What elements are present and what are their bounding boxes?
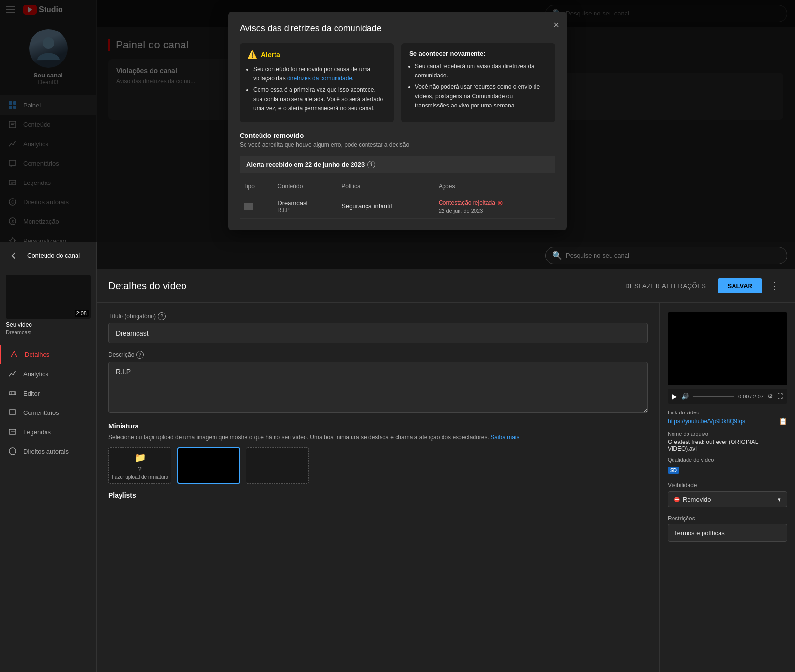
legendas-label-bottom: Legendas [23,428,51,436]
thumbnail-options: 📁 ? Fazer upload de miniatura [108,447,648,484]
miniatura-desc: Selecione ou faça upload de uma imagem q… [108,433,648,442]
quality-badge: SD [668,467,679,474]
file-label: Nome do arquivo [668,431,787,437]
analytics-label-bottom: Analytics [23,370,48,378]
search-icon-bottom: 🔍 [552,251,562,260]
table-cell-tipo [240,194,274,218]
modal-consequence-col: Se acontecer novamente: Seu canal recebe… [401,43,555,122]
header-actions: DESFAZER ALTERAÇÕES SALVAR ⋮ [617,277,783,294]
description-textarea[interactable]: R.I.P [108,362,648,413]
sidebar-item-analytics-bottom[interactable]: Analytics [0,364,96,383]
time-display: 0:00 / 2:07 [738,394,764,399]
title-input[interactable] [108,323,648,343]
alert-date-bar: Alerta recebido em 22 de junho de 2023 ℹ [240,156,555,173]
salvar-button[interactable]: SALVAR [718,278,762,293]
modal-close-button[interactable]: × [553,19,559,31]
upload-thumbnail-option[interactable]: 📁 ? Fazer upload de miniatura [108,447,171,484]
sidebar-bottom-header: Conteúdo do canal [0,242,96,269]
direitos-icon-bottom [8,446,17,456]
restrictions-value: Termos e políticas [674,529,725,536]
alert-date-info[interactable]: ℹ [367,161,375,168]
removed-content-title: Conteúdo removido [240,132,555,139]
volume-button[interactable]: 🔊 [681,393,689,400]
saiba-mais-link[interactable]: Saiba mais [490,434,519,441]
upload-help-icon[interactable]: ? [138,465,141,473]
black-thumbnail-option[interactable] [177,447,240,484]
title-help-icon[interactable]: ? [158,312,166,320]
sidebar-item-legendas-bottom[interactable]: Legendas [0,422,96,442]
visibility-section: Visibilidade ⛔ Removido ▾ [668,482,787,507]
video-sidebar-preview: 2:08 Seu vídeo Dreamcast [0,269,96,341]
video-sidebar-name: Dreamcast [6,329,91,335]
comentarios-icon-bottom [8,408,17,417]
fullscreen-button[interactable]: ⛶ [777,393,783,400]
svg-point-32 [9,448,16,455]
more-options-button[interactable]: ⋮ [766,277,783,294]
modal-overlay: Avisos das diretrizes da comunidade × ⚠️… [0,0,795,242]
rejected-badge: Contestação rejeitada ⊗ [439,199,551,207]
player-controls: ▶ 🔊 0:00 / 2:07 ⚙ ⛶ [668,389,787,404]
removed-dot-icon: ⛔ [674,497,680,502]
quality-label: Qualidade do vídeo [668,457,787,463]
detalhes-icon [9,350,19,359]
miniatura-title: Miniatura [108,422,648,430]
sidebar-nav-bottom: Detalhes Analytics Edito [0,345,96,461]
sidebar-item-detalhes[interactable]: Detalhes [0,345,96,364]
table-row: Dreamcast R.I.P Segurança infantil Conte… [240,194,555,218]
file-name: Greatest freak out ever (ORIGINAL VIDEO)… [668,439,787,452]
sidebar-item-comentarios-bottom[interactable]: Comentários [0,403,96,422]
sidebar-item-editor[interactable]: Editor [0,383,96,403]
guidelines-link[interactable]: diretrizes da comunidade. [287,75,353,82]
modal-alert-col: ⚠️ Alerta Seu conteúdo foi removido por … [240,43,394,122]
bottom-search-bar: 🔍 [97,242,795,269]
restrictions-box: Termos e políticas [668,524,787,542]
play-button[interactable]: ▶ [672,392,677,401]
copy-link-button[interactable]: 📋 [779,417,787,425]
video-preview-player [668,312,787,385]
channel-content-label: Conteúdo do canal [27,252,80,259]
content-sub: R.I.P [277,207,334,213]
link-label: Link do vídeo [668,410,787,415]
consequence-bullet-2: Você não poderá usar recursos como o env… [415,82,548,110]
miniatura-section: Miniatura Selecione ou faça upload de um… [108,422,648,484]
modal-two-col: ⚠️ Alerta Seu conteúdo foi removido por … [240,43,555,122]
violations-table: Tipo Conteúdo Política Ações Dreamcast R… [240,179,555,219]
alert-bullet-1: Seu conteúdo foi removido por causa de u… [253,65,386,83]
editor-icon [8,388,17,398]
visibility-text: Removido [683,496,711,503]
visibility-select[interactable]: ⛔ Removido ▾ [668,491,787,507]
table-cell-conteudo: Dreamcast R.I.P [274,194,337,218]
video-details-header: Detalhes do vídeo DESFAZER ALTERAÇÕES SA… [97,269,795,303]
video-link[interactable]: https://youtu.be/Vp9Dk8Q9fqs [668,418,745,425]
back-button[interactable] [6,248,21,263]
sidebar-bottom: Conteúdo do canal 2:08 Seu vídeo Dreamca… [0,242,97,672]
video-sidebar-thumb: 2:08 [6,275,91,319]
action-date: 22 de jun. de 2023 [439,208,551,214]
removed-content-desc: Se você acredita que houve algum erro, p… [240,141,555,148]
chevron-down-icon: ▾ [778,496,781,503]
upload-icon: 📁 [134,452,146,463]
video-details-title: Detalhes do vídeo [108,280,186,291]
desc-help-icon[interactable]: ? [136,351,144,359]
playlists-section: Playlists [108,491,648,499]
video-sidebar-title: Seu vídeo [6,321,91,328]
video-details-body: Título (obrigatório) ? Descrição ? R.I.P… [97,303,795,672]
modal-right-title: Se acontecer novamente: [409,50,548,57]
search-input-bottom[interactable] [566,252,780,259]
table-header-acoes: Ações [435,179,555,194]
alert-icon: ⚠️ [247,50,257,59]
empty-thumbnail-option-1[interactable] [246,447,309,484]
title-label: Título (obrigatório) ? [108,312,648,320]
right-panel: ▶ 🔊 0:00 / 2:07 ⚙ ⛶ Link do vídeo https:… [659,303,795,672]
analytics-icon-bottom [8,369,17,379]
restrictions-section: Restrições Termos e políticas [668,515,787,542]
table-header-conteudo: Conteúdo [274,179,337,194]
settings-button[interactable]: ⚙ [767,393,773,400]
alert-bullets: Seu conteúdo foi removido por causa de u… [253,65,386,113]
alert-title-text: Alerta [261,51,280,59]
upload-label: Fazer upload de miniatura [112,474,168,480]
desfazer-button[interactable]: DESFAZER ALTERAÇÕES [617,278,714,293]
progress-bar[interactable] [693,396,734,397]
description-group: Descrição ? R.I.P [108,351,648,414]
sidebar-item-direitos-bottom[interactable]: Direitos autorais [0,442,96,461]
